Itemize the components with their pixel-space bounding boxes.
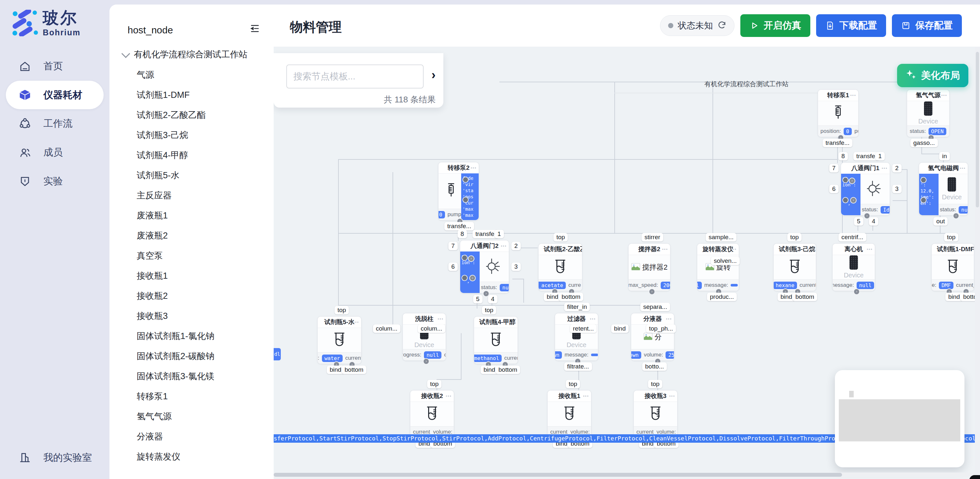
horizontal-scrollbar[interactable] [274, 473, 980, 477]
port-label-solven[interactable]: solven... [711, 257, 740, 265]
minimap[interactable] [835, 370, 964, 467]
port-label-5[interactable]: 5 [854, 217, 864, 225]
sidebar-item-workflow[interactable]: 工作流 [0, 109, 110, 138]
graph-canvas[interactable]: 有机化学流程综合测试工作站 sferProtocol,StartStirProt… [274, 47, 980, 479]
port-label-6[interactable]: 6 [829, 185, 838, 193]
tree-item[interactable]: 接收瓶3 [110, 306, 274, 326]
port-handle-icon[interactable]: › [649, 289, 655, 295]
port-handle-icon[interactable]: › [469, 275, 476, 281]
panel-handle-icon[interactable] [920, 197, 927, 203]
port-label-sample[interactable]: sample... [706, 233, 737, 241]
port-label-8[interactable]: 8 [458, 230, 467, 238]
beautify-layout-button[interactable]: 美化布局 [897, 64, 968, 87]
graph-node[interactable]: 搅拌器2•••搅拌器2max_speed:2000stirrer› [628, 243, 670, 291]
status-badge[interactable]: 状态未知 [660, 15, 735, 36]
port-label-top[interactable]: top [566, 380, 580, 388]
tree-item[interactable]: 主反应器 [110, 185, 274, 206]
node-menu-icon[interactable]: ••• [808, 244, 814, 255]
graph-node[interactable]: 试剂瓶1-DMF•••e:DMFcurrent_voltopbindbottom… [931, 243, 974, 291]
port-label-colum[interactable]: colum... [418, 324, 445, 333]
port-label-produc[interactable]: produc... [707, 293, 737, 301]
sidebar-item-experiments[interactable]: 实验 [0, 167, 110, 196]
tree-item[interactable]: 旋转蒸发仪 [110, 447, 274, 467]
tree-item[interactable]: 固体试剂瓶3-氯化镁 [110, 366, 274, 386]
graph-node[interactable]: 氢气电磁阀•••Device':':12.0,ime':en':status:n… [919, 162, 968, 216]
port-label-top[interactable]: top [334, 306, 349, 315]
tree-item[interactable]: 氢气气源 [110, 406, 274, 426]
port-label-4[interactable]: 4 [488, 295, 498, 303]
brand[interactable]: 玻尔 Bohrium [12, 10, 81, 38]
node-menu-icon[interactable]: ••• [867, 244, 873, 255]
tree-item[interactable]: 废液瓶1 [110, 206, 274, 225]
port-label-8[interactable]: 8 [838, 152, 848, 160]
port-label-3[interactable]: 3 [511, 262, 521, 271]
graph-node[interactable]: 接收瓶1•••current_volume:0topbindbottom›› [547, 390, 591, 438]
node-menu-icon[interactable]: ••• [959, 163, 966, 174]
graph-node[interactable]: 试剂瓶5-水•••:watercurrent_vtopbindbottom›› [317, 316, 361, 364]
node-menu-icon[interactable]: ••• [850, 90, 856, 101]
node-menu-icon[interactable]: ••• [881, 163, 888, 174]
node-json-panel[interactable]: ':':12.0,ime':en': [919, 174, 939, 215]
port-label-colum[interactable]: colum... [373, 324, 400, 333]
port-label-top[interactable]: top [944, 233, 958, 241]
graph-node[interactable]: 试剂瓶4-甲醇•••methanolcurrent_topbindbottom›… [474, 316, 518, 364]
port-handle-icon[interactable]: › [953, 212, 959, 219]
panel-handle-icon[interactable] [842, 177, 848, 183]
port-label-in[interactable]: in [939, 152, 950, 160]
node-menu-icon[interactable]: ••• [669, 391, 675, 402]
port-label-bottom[interactable]: bottom [558, 293, 583, 301]
tree-item[interactable]: 气源 [110, 65, 274, 85]
tree-item[interactable]: 试剂瓶2-乙酸乙酯 [110, 105, 274, 125]
save-config-button[interactable]: 保存配置 [892, 14, 962, 37]
graph-node[interactable]: 八通阀门1•••p',ion': ' ,status:Id8transfe.17… [841, 162, 890, 216]
vertical-scrollbar[interactable] [975, 47, 980, 479]
port-label-1[interactable]: 1 [875, 152, 885, 160]
port-label-7[interactable]: 7 [829, 164, 838, 172]
refresh-icon[interactable] [718, 21, 726, 31]
node-menu-icon[interactable]: ••• [574, 244, 580, 255]
port-label-separa[interactable]: separa... [640, 303, 670, 311]
tree-item[interactable]: 分液器 [110, 426, 274, 447]
node-menu-icon[interactable]: ••• [666, 313, 672, 324]
port-label-transfe[interactable]: transfe... [822, 139, 853, 147]
minimap-viewport[interactable] [839, 399, 960, 441]
sidebar-item-home[interactable]: 首页 [0, 52, 110, 81]
tree-item[interactable]: 接收瓶1 [110, 266, 274, 286]
graph-node[interactable]: 离心机•••Devicemessage:nullmacentrif...› [832, 243, 875, 291]
graph-node[interactable]: 转移泵1•••leposition:0pumtransfe...› [818, 89, 859, 137]
port-label-6[interactable]: 6 [448, 262, 458, 271]
tree-item[interactable]: 试剂瓶1-DMF [110, 85, 274, 105]
tree-item[interactable]: 固体试剂瓶1-氯化钠 [110, 326, 274, 346]
graph-node[interactable]: 转移泵2•••{'de'vir'sta'pos'cur'max'max0pump… [438, 162, 479, 220]
graph-node[interactable]: 接收瓶2•••current_volume:0topbindbottom›› [410, 390, 454, 438]
graph-node[interactable]: 试剂瓶2-乙酸乙酯•••hyl_acetatecurretopbindbotto… [538, 243, 582, 291]
panel-fold-icon[interactable] [250, 23, 260, 34]
port-label-filterin[interactable]: filter_in [564, 303, 590, 311]
port-label-bind[interactable]: bind [611, 324, 628, 333]
port-label-botto[interactable]: botto... [642, 362, 667, 371]
port-label-bottom[interactable]: bottom [495, 366, 520, 374]
node-menu-icon[interactable]: ••• [941, 90, 947, 101]
node-menu-icon[interactable]: ••• [731, 244, 737, 255]
vertical-scrollbar-thumb[interactable] [976, 52, 979, 208]
panel-handle-icon[interactable] [461, 255, 468, 261]
node-menu-icon[interactable]: ••• [471, 162, 477, 173]
tree-item[interactable]: 试剂瓶4-甲醇 [110, 145, 274, 165]
port-handle-icon[interactable]: › [849, 177, 855, 184]
port-label-top[interactable]: top [648, 380, 662, 388]
port-label-top[interactable]: top [482, 306, 496, 315]
node-json-panel[interactable]: {'de'vir'sta'pos'cur'max'max [461, 173, 479, 220]
port-handle-icon[interactable]: › [468, 255, 474, 262]
node-menu-icon[interactable]: ••• [438, 313, 444, 324]
horizontal-scrollbar-thumb[interactable] [274, 473, 842, 477]
port-handle-icon[interactable]: › [423, 358, 430, 365]
node-menu-icon[interactable]: ••• [662, 244, 668, 255]
panel-handle-icon[interactable] [463, 197, 469, 203]
graph-node[interactable]: 氢气气源•••Devicestatus:OPENgasso...› [907, 89, 950, 137]
start-simulation-button[interactable]: 开启仿真 [740, 14, 810, 37]
graph-node[interactable]: 试剂瓶3-己烷•••hexanecurrent_vtopbindbottom›› [773, 243, 816, 291]
port-label-bottom[interactable]: bottom [342, 366, 366, 374]
port-label-bottom[interactable]: bottom [792, 293, 817, 301]
panel-handle-icon[interactable] [463, 177, 469, 183]
tree-item[interactable]: 真空泵 [110, 246, 274, 266]
